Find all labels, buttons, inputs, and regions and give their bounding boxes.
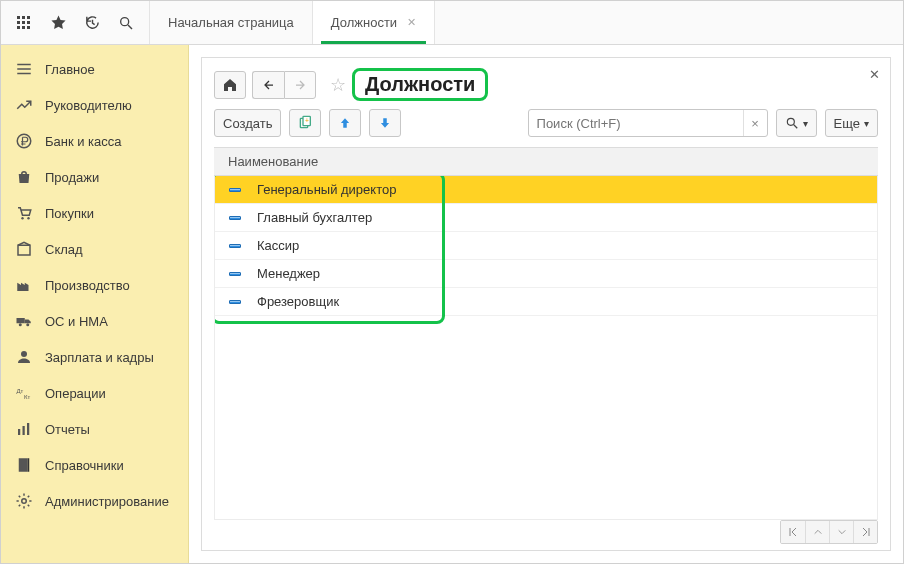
person-icon [15, 348, 33, 366]
svg-text:Дт: Дт [17, 388, 24, 394]
svg-point-18 [21, 351, 27, 357]
pager-last-button[interactable] [853, 521, 877, 543]
move-down-button[interactable] [369, 109, 401, 137]
svg-point-9 [121, 17, 129, 25]
more-button-label: Еще [834, 116, 860, 131]
create-button[interactable]: Создать [214, 109, 281, 137]
item-mark-icon [229, 300, 241, 304]
sidebar-item-sales[interactable]: Продажи [1, 159, 188, 195]
item-mark-icon [229, 188, 241, 192]
bag-icon [15, 168, 33, 186]
sidebar-item-label: Руководителю [45, 98, 132, 113]
back-button[interactable] [252, 71, 284, 99]
svg-point-11 [17, 134, 31, 148]
svg-rect-3 [17, 21, 20, 24]
sidebar-item-main[interactable]: Главное [1, 51, 188, 87]
search-dropdown-button[interactable]: ▾ [776, 109, 817, 137]
row-name: Главный бухгалтер [257, 210, 372, 225]
history-icon[interactable] [75, 1, 109, 45]
item-mark-icon [229, 244, 241, 248]
sidebar-item-directories[interactable]: Справочники [1, 447, 188, 483]
factory-icon [15, 276, 33, 294]
top-toolbar: Начальная страница Должности ✕ [1, 1, 903, 45]
more-button[interactable]: Еще ▾ [825, 109, 878, 137]
svg-line-31 [793, 125, 797, 129]
home-button[interactable] [214, 71, 246, 99]
search-input[interactable] [529, 116, 743, 131]
svg-rect-4 [22, 21, 25, 24]
star-icon[interactable] [41, 1, 75, 45]
sidebar-item-label: ОС и НМА [45, 314, 108, 329]
svg-point-16 [19, 323, 22, 326]
table-row[interactable]: Генеральный директор [215, 176, 877, 204]
chart-up-icon [15, 96, 33, 114]
sidebar-item-label: Отчеты [45, 422, 90, 437]
svg-rect-25 [28, 458, 30, 472]
svg-rect-1 [22, 16, 25, 19]
svg-rect-14 [18, 245, 30, 255]
forward-button[interactable] [284, 71, 316, 99]
svg-point-12 [21, 217, 23, 219]
close-icon[interactable]: ✕ [407, 17, 416, 28]
sidebar-item-label: Производство [45, 278, 130, 293]
copy-button[interactable]: + [289, 109, 321, 137]
table-row[interactable]: Менеджер [215, 260, 877, 288]
svg-text:+: + [305, 117, 309, 124]
search-icon[interactable] [109, 1, 143, 45]
menu-icon [15, 60, 33, 78]
sidebar-item-admin[interactable]: Администрирование [1, 483, 188, 519]
close-icon[interactable]: ✕ [866, 66, 882, 82]
sidebar-item-operations[interactable]: ДтКт Операции [1, 375, 188, 411]
tab-home[interactable]: Начальная страница [150, 1, 313, 44]
pager [780, 520, 878, 544]
svg-point-26 [22, 499, 27, 504]
move-up-button[interactable] [329, 109, 361, 137]
sidebar-item-label: Главное [45, 62, 95, 77]
table-row[interactable]: Кассир [215, 232, 877, 260]
row-name: Менеджер [257, 266, 320, 281]
sidebar-item-bank[interactable]: Банк и касса [1, 123, 188, 159]
svg-line-10 [128, 25, 132, 29]
favorite-star-icon[interactable]: ☆ [330, 74, 346, 96]
column-header-label: Наименование [228, 154, 318, 169]
pager-up-button[interactable] [805, 521, 829, 543]
sidebar-item-manager[interactable]: Руководителю [1, 87, 188, 123]
sidebar-item-production[interactable]: Производство [1, 267, 188, 303]
table-row[interactable]: Главный бухгалтер [215, 204, 877, 232]
pager-down-button[interactable] [829, 521, 853, 543]
svg-rect-5 [27, 21, 30, 24]
sidebar-item-label: Справочники [45, 458, 124, 473]
pager-first-button[interactable] [781, 521, 805, 543]
search-input-wrap: × [528, 109, 768, 137]
table-row[interactable]: Фрезеровщик [215, 288, 877, 316]
gear-icon [15, 492, 33, 510]
svg-rect-0 [17, 16, 20, 19]
clear-search-button[interactable]: × [743, 110, 767, 136]
sidebar-item-reports[interactable]: Отчеты [1, 411, 188, 447]
sidebar: Главное Руководителю Банк и касса Продаж… [1, 45, 189, 563]
book-icon [15, 456, 33, 474]
item-mark-icon [229, 216, 241, 220]
column-header-name[interactable]: Наименование [214, 147, 878, 176]
svg-rect-21 [18, 429, 20, 435]
svg-rect-22 [23, 426, 25, 435]
sidebar-item-assets[interactable]: ОС и НМА [1, 303, 188, 339]
svg-rect-6 [17, 26, 20, 29]
svg-point-30 [787, 118, 794, 125]
ruble-icon [15, 132, 33, 150]
sidebar-item-purchases[interactable]: Покупки [1, 195, 188, 231]
main-area: ✕ ☆ Должности [189, 45, 903, 563]
sidebar-item-hr[interactable]: Зарплата и кадры [1, 339, 188, 375]
svg-rect-24 [19, 458, 28, 472]
create-button-label: Создать [223, 116, 272, 131]
truck-icon [15, 312, 33, 330]
apps-icon[interactable] [7, 1, 41, 45]
sidebar-item-warehouse[interactable]: Склад [1, 231, 188, 267]
chevron-down-icon: ▾ [803, 118, 808, 129]
svg-rect-8 [27, 26, 30, 29]
sidebar-item-label: Банк и касса [45, 134, 122, 149]
svg-point-17 [26, 323, 29, 326]
tab-positions[interactable]: Должности ✕ [313, 1, 435, 44]
page-title: Должности [352, 68, 488, 101]
operations-icon: ДтКт [15, 384, 33, 402]
